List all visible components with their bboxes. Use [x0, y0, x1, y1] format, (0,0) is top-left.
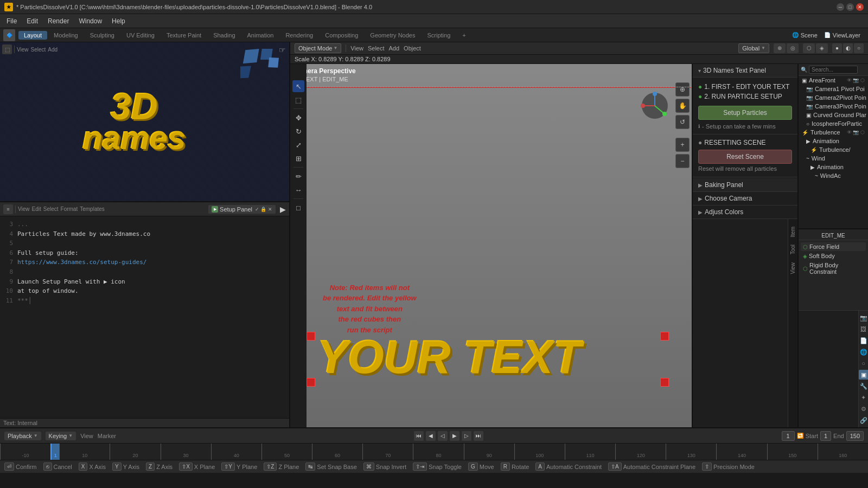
- output-props-icon[interactable]: 🖼: [859, 324, 869, 334]
- red-cube-left[interactable]: [307, 378, 315, 387]
- play-reverse-btn[interactable]: ◁: [438, 431, 448, 441]
- skip-end-btn[interactable]: ⏭: [474, 431, 483, 441]
- enter-key[interactable]: ⏎: [4, 463, 14, 471]
- outliner-item-turbulence[interactable]: ⚡ Turbulence 👁 📷 ⬡: [799, 128, 868, 137]
- select-tool[interactable]: ⬚: [292, 94, 304, 106]
- zoom-to-fit[interactable]: ⊕: [675, 82, 690, 97]
- item-label[interactable]: Item: [789, 223, 797, 240]
- object-props-icon[interactable]: ▣: [859, 370, 869, 380]
- workspace-tab-texture[interactable]: Texture Paint: [161, 31, 207, 40]
- outliner-item-areafront[interactable]: ▣ AreaFront 👁 📷 ⬡: [799, 76, 868, 85]
- menu-edit[interactable]: Edit: [22, 16, 42, 27]
- force-field-item[interactable]: ⬡ Force Field: [801, 242, 866, 251]
- global-dropdown[interactable]: Global ▼: [738, 43, 769, 53]
- outliner-item-turb2[interactable]: ⚡ Turbulence/: [799, 145, 868, 154]
- select-label[interactable]: Select: [31, 47, 46, 53]
- select-btn[interactable]: Select: [368, 45, 385, 52]
- te-edit[interactable]: Edit: [32, 206, 41, 212]
- camera-rotate[interactable]: ↺: [675, 115, 690, 129]
- outliner-item-wind[interactable]: ~ Wind: [799, 154, 868, 163]
- choose-camera-row[interactable]: ▶ Choose Camera: [693, 192, 797, 206]
- transform-tool[interactable]: ⊞: [292, 152, 304, 164]
- scale-tool[interactable]: ⤢: [292, 139, 304, 151]
- adjust-colors-row[interactable]: ▶ Adjust Colors: [693, 206, 797, 219]
- maximize-button[interactable]: □: [846, 3, 854, 11]
- window-controls[interactable]: ─ □ ✕: [837, 3, 864, 11]
- view-layer-icon[interactable]: 📄: [859, 336, 869, 345]
- setup-particles-btn[interactable]: Setup Particles: [698, 106, 792, 120]
- next-frame-btn[interactable]: ▷: [462, 431, 471, 441]
- outliner-search-input[interactable]: [809, 66, 858, 74]
- particles-props-icon[interactable]: ✦: [859, 393, 869, 402]
- snap-btn[interactable]: ⊕: [774, 43, 786, 53]
- outliner-item-cam3[interactable]: 📷 Camera3Pivot Poin: [799, 102, 868, 111]
- rigid-body-item[interactable]: ⬡ Rigid Body Constraint: [801, 261, 866, 276]
- outliner-item-ico[interactable]: ○ IcosphereForPartic: [799, 119, 868, 128]
- world-props-icon[interactable]: ○: [859, 358, 869, 368]
- main-viewport[interactable]: Camera Perspective (1) TEXT | EDIT_ME ↖ …: [290, 64, 692, 427]
- menu-render[interactable]: Render: [43, 16, 73, 27]
- outliner-item-anim1[interactable]: ▶ Animation: [799, 137, 868, 145]
- view-label[interactable]: View: [17, 47, 29, 53]
- add-label[interactable]: Add: [48, 47, 58, 53]
- minimize-button[interactable]: ─: [837, 3, 844, 11]
- editor-icon[interactable]: ≡: [3, 204, 13, 214]
- object-btn[interactable]: Object: [404, 45, 421, 52]
- physics-props-icon[interactable]: ⚙: [859, 404, 869, 414]
- outliner-item-anim2[interactable]: ▶ Animation: [799, 163, 868, 171]
- loop-icon[interactable]: 🔁: [797, 433, 803, 439]
- red-cube-right[interactable]: [660, 378, 669, 387]
- workspace-tab-geometry[interactable]: Geometry Nodes: [365, 31, 420, 40]
- xray-btn[interactable]: ◈: [816, 43, 828, 53]
- outliner-item-cam2[interactable]: 📷 Camera2Pivot Poin: [799, 93, 868, 102]
- proportional-btn[interactable]: ◎: [787, 43, 799, 53]
- add-btn[interactable]: Add: [389, 45, 400, 52]
- start-frame-input[interactable]: 1: [820, 431, 831, 441]
- move-tool[interactable]: ✥: [292, 112, 304, 124]
- cancel-key[interactable]: ⎋: [43, 463, 52, 471]
- workspace-tab-compositing[interactable]: Compositing: [320, 31, 363, 40]
- solid-shade-btn[interactable]: ●: [832, 43, 842, 53]
- play-btn[interactable]: ▶: [450, 431, 459, 441]
- annotate-tool[interactable]: ✏: [292, 170, 304, 182]
- outliner-item-ground[interactable]: ▣ Curved Ground Plar: [799, 111, 868, 119]
- outliner-item-cam1[interactable]: 📷 Camera1 Pivot Poi: [799, 85, 868, 93]
- baking-panel-row[interactable]: ▶ Baking Panel: [693, 178, 797, 192]
- setup-panel-tab-mini[interactable]: ▶ Setup Panel ✓ 🔒 ✕: [208, 205, 276, 214]
- view-btn[interactable]: View: [350, 45, 363, 52]
- close-button[interactable]: ✕: [856, 3, 864, 11]
- workspace-tab-modeling[interactable]: Modeling: [48, 31, 84, 40]
- scene-props-icon[interactable]: 🌐: [859, 347, 869, 357]
- workspace-tab-sculpting[interactable]: Sculpting: [85, 31, 120, 40]
- modifier-props-icon[interactable]: 🔧: [859, 381, 869, 391]
- workspace-tab-animation[interactable]: Animation: [242, 31, 279, 40]
- playback-dropdown[interactable]: Playback ▼: [4, 432, 41, 440]
- object-mode-dropdown[interactable]: Object Mode ▼: [295, 43, 341, 53]
- gizmo-widget[interactable]: Z: [640, 91, 670, 121]
- te-format[interactable]: Format: [61, 206, 78, 212]
- render-props-icon[interactable]: 📷: [859, 313, 869, 323]
- hand-tool[interactable]: ✋: [675, 99, 690, 113]
- zoom-out[interactable]: −: [675, 154, 690, 168]
- menu-file[interactable]: File: [2, 16, 21, 27]
- play-btn[interactable]: ▶: [280, 205, 286, 214]
- add-cube-tool[interactable]: □: [292, 202, 304, 214]
- red-cube-top-right[interactable]: [660, 332, 669, 341]
- measure-tool[interactable]: ↔: [292, 184, 304, 196]
- te-templates[interactable]: Templates: [80, 206, 105, 212]
- te-view[interactable]: View: [18, 206, 30, 212]
- rotate-tool[interactable]: ↻: [292, 125, 304, 137]
- render-shade-btn[interactable]: ○: [854, 43, 864, 53]
- tl-marker-btn[interactable]: Marker: [98, 433, 116, 439]
- outliner-item-windac[interactable]: ~ WindAc: [799, 171, 868, 180]
- menu-window[interactable]: Window: [74, 16, 106, 27]
- timeline-ruler[interactable]: -10 1 10 20 30 40 50 60 70 80 90 100 110…: [0, 444, 868, 460]
- workspace-tab-layout[interactable]: Layout: [18, 31, 47, 40]
- workspace-tab-rendering[interactable]: Rendering: [280, 31, 318, 40]
- end-frame-input[interactable]: 150: [846, 431, 864, 441]
- red-cube-top-left[interactable]: [307, 332, 315, 341]
- zoom-in[interactable]: +: [675, 138, 690, 152]
- workspace-tab-shading[interactable]: Shading: [208, 31, 240, 40]
- prev-frame-btn[interactable]: ◀: [426, 431, 436, 441]
- keying-dropdown[interactable]: Keying ▼: [46, 432, 76, 440]
